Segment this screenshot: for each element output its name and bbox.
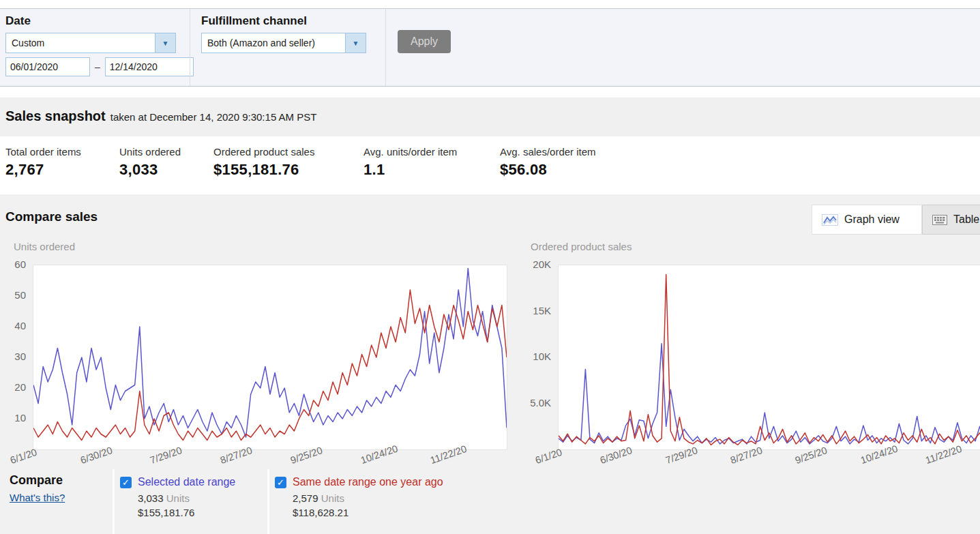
date-range-select[interactable]: Custom ▼ (5, 33, 194, 53)
metric-value: $155,181.76 (213, 161, 314, 179)
legend-item-units: 3,033 Units (138, 492, 235, 504)
filter-divider (190, 9, 190, 86)
compare-sales-title: Compare sales (5, 209, 98, 224)
apply-button[interactable]: Apply (398, 30, 451, 53)
tab-table-view-label: Table view (953, 213, 980, 226)
units-ordered-chart[interactable] (33, 265, 507, 450)
metric-value: $56.08 (500, 161, 596, 179)
sales-snapshot-title: Sales snapshot (5, 98, 106, 124)
metric-label: Avg. sales/order item (500, 146, 596, 158)
metric-label: Avg. units/order item (363, 146, 457, 158)
tab-table-view[interactable]: Table view (922, 205, 980, 235)
tab-graph-view-label: Graph view (844, 213, 900, 226)
legend-item-year-ago: ✓ Same date range one year ago 2,579 Uni… (275, 476, 443, 518)
metric-total-order-items: Total order items 2,767 (5, 146, 81, 179)
metric-label: Ordered product sales (213, 146, 314, 158)
tab-graph-view[interactable]: Graph view (812, 205, 922, 235)
fulfillment-filter-group: Fulfillment channel Both (Amazon and sel… (201, 14, 366, 53)
snapshot-metrics-row: Total order items 2,767 Units ordered 3,… (0, 136, 980, 194)
compare-legend-row: Compare What's this? ✓ Selected date ran… (0, 469, 980, 534)
metric-label: Units ordered (119, 146, 181, 158)
chevron-down-icon[interactable]: ▼ (346, 33, 366, 53)
year-ago-checkbox[interactable]: ✓ (275, 477, 286, 488)
legend-item-units: 2,579 Units (293, 492, 443, 504)
line-chart-icon (822, 214, 838, 226)
compare-sales-section: Compare sales Graph view Table view Unit… (0, 194, 980, 534)
metric-value: 1.1 (363, 161, 457, 179)
metric-value: 3,033 (119, 161, 181, 179)
sales-chart-title: Ordered product sales (531, 241, 632, 252)
fulfillment-select[interactable]: Both (Amazon and seller) ▼ (201, 33, 366, 53)
date-filter-group: Date Custom ▼ – (5, 14, 194, 76)
fulfillment-filter-label: Fulfillment channel (201, 14, 366, 28)
metric-value: 2,767 (5, 161, 81, 179)
sales-snapshot-header: Sales snapshot taken at December 14, 202… (0, 98, 980, 136)
ordered-product-sales-chart[interactable] (558, 265, 980, 450)
legend-divider (267, 469, 269, 534)
units-chart-y-axis: 605040302010 (0, 265, 29, 449)
metric-units-ordered: Units ordered 3,033 (119, 146, 181, 179)
metric-avg-sales-order-item: Avg. sales/order item $56.08 (500, 146, 596, 179)
whats-this-link[interactable]: What's this? (10, 492, 65, 503)
sales-snapshot-timestamp: taken at December 14, 2020 9:30:15 AM PS… (110, 111, 317, 123)
legend-item-label: Same date range one year ago (293, 476, 443, 488)
business-reports-page: Date Custom ▼ – Fulfillment channel Both… (0, 0, 980, 534)
chevron-down-icon[interactable]: ▼ (155, 33, 176, 53)
metric-label: Total order items (5, 146, 81, 158)
date-range-inputs: – (5, 57, 194, 76)
date-range-separator: – (95, 61, 100, 72)
end-date-input[interactable] (105, 57, 194, 76)
filter-bar: Date Custom ▼ – Fulfillment channel Both… (0, 9, 980, 87)
fulfillment-selected-value[interactable]: Both (Amazon and seller) (201, 33, 346, 53)
sales-chart-y-axis: 20K15K10K5.0K (525, 265, 554, 449)
start-date-input[interactable] (5, 57, 90, 76)
metric-ordered-product-sales: Ordered product sales $155,181.76 (213, 146, 314, 179)
table-view-icon (932, 215, 947, 225)
legend-item-sales: $118,628.21 (293, 507, 443, 518)
date-filter-label: Date (5, 14, 194, 28)
compare-legend-title: Compare (10, 473, 63, 488)
legend-item-selected-range: ✓ Selected date range 3,033 Units $155,1… (120, 476, 235, 518)
filter-divider (385, 9, 386, 86)
legend-item-sales: $155,181.76 (138, 507, 235, 518)
metric-avg-units-order-item: Avg. units/order item 1.1 (363, 146, 457, 179)
selected-range-checkbox[interactable]: ✓ (120, 477, 132, 488)
units-chart-title: Units ordered (14, 241, 75, 252)
legend-item-label: Selected date range (138, 476, 235, 488)
date-range-selected-value[interactable]: Custom (5, 33, 155, 53)
legend-divider (113, 469, 115, 534)
